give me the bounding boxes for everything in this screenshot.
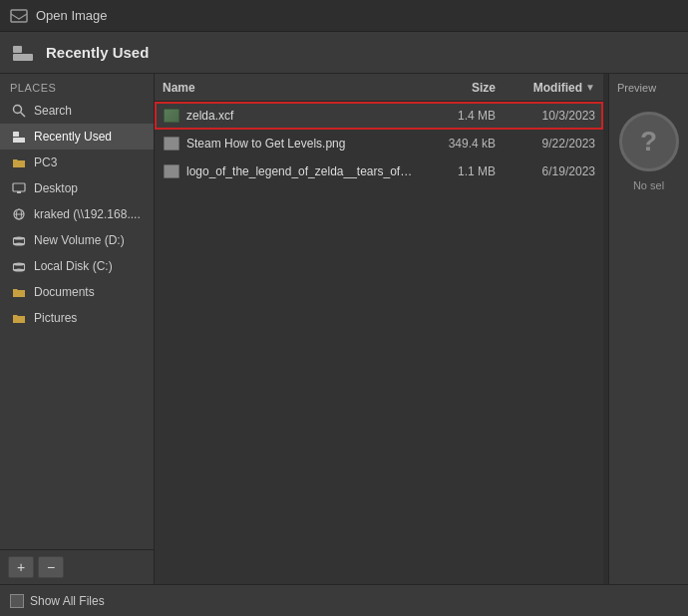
- file-modified: 6/19/2023: [496, 164, 595, 178]
- title-bar: Open Image: [0, 0, 688, 32]
- sidebar-item-search[interactable]: Search: [0, 98, 154, 124]
- preview-placeholder: ?: [619, 112, 679, 171]
- sort-arrow-icon: ▼: [585, 82, 595, 93]
- file-name: Steam How to Get Levels.png: [186, 137, 416, 151]
- preview-panel: Preview ? No sel: [608, 74, 688, 584]
- file-size: 1.4 MB: [416, 109, 496, 123]
- sidebar-item-pc3[interactable]: PC3: [0, 150, 154, 175]
- folder-icon-pc3: [10, 154, 28, 170]
- sidebar-bottom-controls: + −: [0, 549, 154, 584]
- preview-label: Preview: [613, 82, 656, 94]
- network-icon: [10, 206, 28, 222]
- drive-icon-d: [10, 232, 28, 248]
- sidebar-item-documents[interactable]: Documents: [0, 279, 154, 305]
- table-row[interactable]: zelda.xcf 1.4 MB 10/3/2023: [155, 102, 603, 130]
- sidebar-item-recently-used-label: Recently Used: [34, 130, 112, 144]
- show-all-files-checkbox[interactable]: [10, 594, 24, 608]
- remove-place-button[interactable]: −: [38, 556, 64, 578]
- header-title: Recently Used: [46, 44, 149, 61]
- table-row[interactable]: logo_of_the_legend_of_zelda__tears_of_th…: [155, 157, 603, 185]
- drive-icon-c: [10, 258, 28, 274]
- main-area: Places Search Recently Used PC3: [0, 74, 688, 584]
- bottom-bar: Show All Files: [0, 584, 688, 616]
- sidebar-item-search-label: Search: [34, 104, 72, 118]
- title-bar-icon: [10, 7, 28, 25]
- sidebar-item-kraked[interactable]: kraked (\\192.168....: [0, 201, 154, 227]
- add-place-button[interactable]: +: [8, 556, 34, 578]
- show-all-files-area[interactable]: Show All Files: [10, 594, 105, 608]
- desktop-icon: [10, 180, 28, 196]
- no-selection-text: No sel: [633, 179, 664, 191]
- file-modified: 10/3/2023: [496, 109, 595, 123]
- sidebar-section-label: Places: [0, 74, 154, 98]
- sidebar-item-kraked-label: kraked (\\192.168....: [34, 207, 141, 221]
- sidebar-item-pictures[interactable]: Pictures: [0, 305, 154, 331]
- sidebar-item-pictures-label: Pictures: [34, 311, 77, 325]
- folder-icon-pictures: [10, 310, 28, 326]
- title-bar-title: Open Image: [36, 8, 108, 23]
- file-size: 349.4 kB: [416, 137, 496, 151]
- file-type-icon-xcf: [163, 108, 180, 124]
- file-name: logo_of_the_legend_of_zelda__tears_of_th…: [186, 164, 416, 178]
- sidebar-item-desktop[interactable]: Desktop: [0, 175, 154, 201]
- file-list-header: Name Size Modified ▼: [155, 74, 603, 102]
- svg-rect-7: [13, 183, 25, 191]
- sidebar-item-pc3-label: PC3: [34, 155, 57, 169]
- show-all-files-label: Show All Files: [30, 594, 105, 608]
- sidebar-item-documents-label: Documents: [34, 285, 95, 299]
- file-modified: 9/22/2023: [496, 137, 595, 151]
- sidebar-item-local-disk-label: Local Disk (C:): [34, 259, 113, 273]
- column-size[interactable]: Size: [416, 81, 496, 95]
- header-recently-used-icon: [12, 43, 36, 63]
- table-row[interactable]: Steam How to Get Levels.png 349.4 kB 9/2…: [155, 130, 603, 157]
- column-name[interactable]: Name: [163, 81, 416, 95]
- svg-rect-2: [13, 54, 33, 61]
- svg-rect-5: [13, 132, 19, 137]
- file-size: 1.1 MB: [416, 164, 496, 178]
- svg-rect-1: [13, 46, 22, 53]
- file-area: Name Size Modified ▼ zelda.xcf 1.4 MB 10…: [155, 74, 603, 584]
- file-type-icon-png: [163, 136, 180, 152]
- file-type-icon-png2: [163, 163, 180, 179]
- sidebar: Places Search Recently Used PC3: [0, 74, 155, 584]
- file-name: zelda.xcf: [186, 109, 416, 123]
- svg-point-17: [14, 263, 25, 266]
- svg-point-3: [14, 106, 22, 114]
- header-bar: Recently Used: [0, 32, 688, 74]
- file-rows: zelda.xcf 1.4 MB 10/3/2023 Steam How to …: [155, 102, 603, 584]
- recently-used-icon: [10, 129, 28, 145]
- svg-line-4: [21, 113, 26, 118]
- svg-rect-6: [13, 138, 25, 143]
- sidebar-item-local-disk[interactable]: Local Disk (C:): [0, 253, 154, 279]
- column-modified[interactable]: Modified ▼: [496, 81, 595, 95]
- sidebar-item-new-volume[interactable]: New Volume (D:): [0, 227, 154, 253]
- svg-rect-8: [17, 191, 21, 193]
- folder-icon-documents: [10, 284, 28, 300]
- sidebar-item-new-volume-label: New Volume (D:): [34, 233, 125, 247]
- sidebar-item-desktop-label: Desktop: [34, 181, 78, 195]
- sidebar-item-recently-used[interactable]: Recently Used: [0, 124, 154, 150]
- svg-point-14: [14, 237, 25, 240]
- search-icon: [10, 103, 28, 119]
